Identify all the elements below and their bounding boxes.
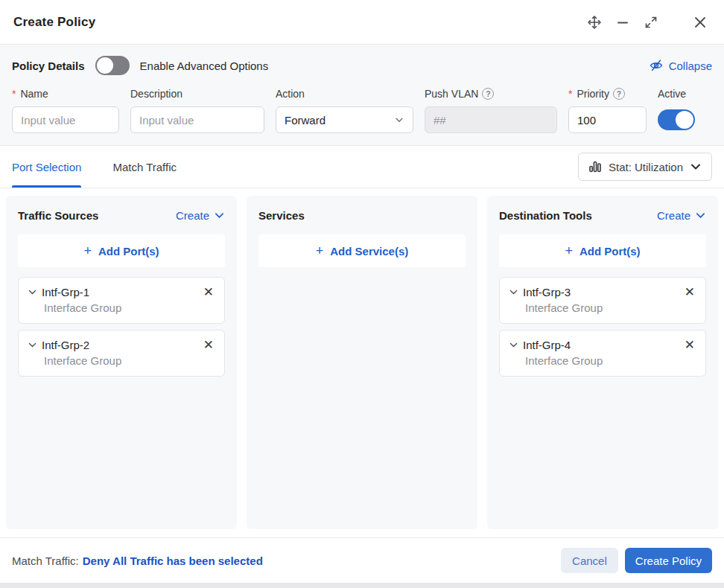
stat-dropdown-label: Stat: Utilization [609,161,683,173]
destination-tools-title: Destination Tools [499,209,592,222]
port-group-type: Interface Group [44,301,215,314]
collapse-link[interactable]: Collapse [649,58,712,73]
action-label: Action [276,87,413,100]
traffic-sources-panel: Traffic Sources Create + Add Port(s) [6,196,237,529]
stat-dropdown[interactable]: Stat: Utilization [578,153,712,181]
list-item: Intf-Grp-2 ✕ Interface Group [18,330,225,377]
bar-chart-icon [588,160,602,173]
port-group-name: Intf-Grp-2 [42,339,202,351]
push-vlan-field-group: Push VLAN ? [425,87,557,133]
plus-icon: + [83,244,92,258]
toggle-knob [676,111,693,129]
action-selected-value: Forward [285,114,394,127]
close-icon[interactable] [690,12,711,33]
policy-details-section: Policy Details Enable Advanced Options C… [0,45,724,146]
chevron-down-icon[interactable] [509,340,518,350]
expand-icon[interactable] [641,12,661,33]
chevron-down-icon[interactable] [28,340,37,350]
port-group-name: Intf-Grp-3 [523,286,683,298]
services-panel: Services + Add Service(s) [247,196,477,529]
name-field-group: Name [12,87,119,133]
advanced-options-toggle[interactable] [95,56,130,75]
port-group-type: Interface Group [525,354,696,367]
list-item: Intf-Grp-1 ✕ Interface Group [18,277,225,324]
match-traffic-prefix: Match Traffic: [12,555,79,567]
remove-icon[interactable]: ✕ [683,339,696,351]
add-ports-button-tools[interactable]: + Add Port(s) [499,234,706,267]
create-policy-button[interactable]: Create Policy [625,548,712,573]
traffic-sources-list: Intf-Grp-1 ✕ Interface Group Intf-Grp-2 … [18,277,225,377]
action-select[interactable]: Forward [276,106,413,133]
create-label: Create [176,209,209,222]
port-group-name: Intf-Grp-1 [42,286,202,298]
cancel-button[interactable]: Cancel [561,548,618,573]
description-label: Description [130,87,264,100]
move-icon[interactable] [584,12,605,33]
port-group-name: Intf-Grp-4 [523,339,683,351]
traffic-sources-title: Traffic Sources [18,209,98,222]
destination-tools-create-dropdown[interactable]: Create [657,209,706,222]
chevron-down-icon [695,210,706,221]
port-group-type: Interface Group [525,301,696,314]
active-toggle[interactable] [658,109,695,130]
priority-label: Priority ? [568,87,647,100]
add-services-button[interactable]: + Add Service(s) [258,234,466,267]
tab-bar: Port Selection Match Traffic Stat: Utili… [0,146,724,188]
services-title: Services [258,209,305,222]
port-group-type: Interface Group [44,354,215,367]
priority-field-group: Priority ? [568,87,647,133]
window-bottom-edge [0,583,724,588]
chevron-down-icon [690,161,702,173]
action-field-group: Action Forward [276,87,413,133]
toggle-knob [97,57,113,74]
active-label: Active [658,87,695,100]
active-field-group: Active [658,87,695,133]
description-input[interactable] [130,106,264,133]
description-field-group: Description [130,87,264,133]
dialog-header: Create Policy [0,0,724,45]
list-item: Intf-Grp-3 ✕ Interface Group [499,277,706,324]
create-policy-dialog: Create Policy P [0,0,724,588]
minimize-icon[interactable] [612,12,633,33]
collapse-label: Collapse [669,60,712,72]
tab-match-traffic[interactable]: Match Traffic [112,146,177,188]
policy-details-label: Policy Details [12,60,85,72]
help-icon[interactable]: ? [613,88,625,100]
add-ports-button-sources[interactable]: + Add Port(s) [18,234,225,267]
destination-tools-list: Intf-Grp-3 ✕ Interface Group Intf-Grp-4 … [499,277,706,377]
plus-icon: + [316,244,324,258]
dialog-footer: Match Traffic: Deny All Traffic has been… [0,537,724,583]
advanced-options-label: Enable Advanced Options [140,60,269,72]
push-vlan-label: Push VLAN ? [425,87,557,100]
remove-icon[interactable]: ✕ [683,286,696,298]
help-icon[interactable]: ? [482,88,494,100]
chevron-down-icon[interactable] [509,287,518,297]
plus-icon: + [565,244,573,258]
tab-port-selection[interactable]: Port Selection [12,146,81,188]
destination-tools-panel: Destination Tools Create + Add Port(s) [487,196,718,529]
priority-input[interactable] [568,106,647,133]
chevron-down-icon [394,115,404,125]
name-input[interactable] [12,106,119,133]
remove-icon[interactable]: ✕ [202,286,215,298]
traffic-sources-create-dropdown[interactable]: Create [176,209,225,222]
dialog-title: Create Policy [13,15,95,30]
port-selection-content: Traffic Sources Create + Add Port(s) [0,188,724,537]
match-traffic-message[interactable]: Deny All Traffic has been selected [83,555,263,567]
name-label: Name [12,87,119,100]
create-label: Create [657,209,690,222]
eye-slash-icon [649,58,664,73]
chevron-down-icon [214,210,225,221]
remove-icon[interactable]: ✕ [202,339,215,351]
push-vlan-input [425,106,557,133]
chevron-down-icon[interactable] [28,287,37,297]
list-item: Intf-Grp-4 ✕ Interface Group [499,330,706,377]
